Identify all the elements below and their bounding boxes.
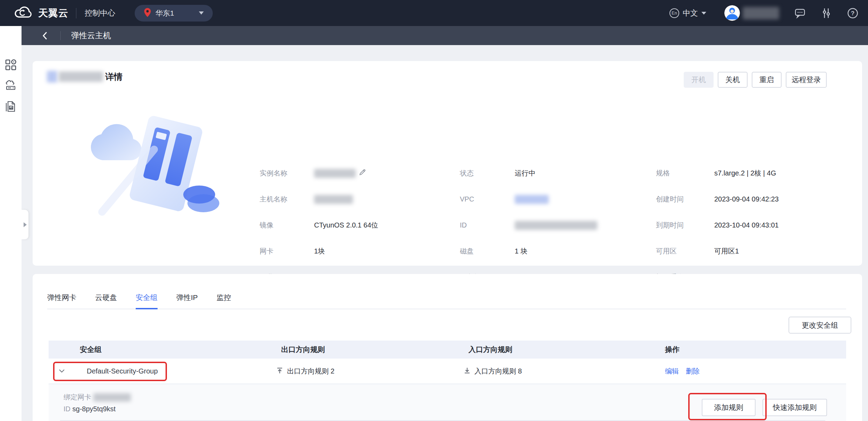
field-value: s7.large.2 | 2核 | 4G xyxy=(714,169,776,178)
col-header-security-group: 安全组 xyxy=(80,341,102,359)
field-status: 状态 运行中 xyxy=(460,160,597,186)
help-icon[interactable]: ? xyxy=(847,8,858,19)
redacted-value xyxy=(314,195,353,204)
region-selector[interactable]: 华东1 xyxy=(135,5,213,22)
field-created-time: 创建时间 2023-09-04 09:42:23 xyxy=(656,186,779,212)
instance-detail-card: 详情 开机 关机 重启 远程登录 xyxy=(33,61,862,266)
security-group-row: Default-Security-Group 出口方向规则 2 入口方向规则 8… xyxy=(49,359,846,384)
field-flavor: 规格 s7.large.2 | 2核 | 4G xyxy=(656,160,779,186)
status-value: 运行中 xyxy=(515,169,536,178)
security-group-card: 弹性网卡 云硬盘 安全组 弹性IP 监控 更改安全组 安全组 出口方向规则 入口… xyxy=(33,274,862,421)
field-value: 可用区1 xyxy=(714,247,739,256)
chevron-right-icon xyxy=(24,222,27,227)
title-redacted-name xyxy=(59,71,103,82)
field-value: 2023-09-04 09:42:23 xyxy=(714,195,779,203)
security-group-expanded-panel: 绑定网卡 ID sg-8py5tq9kst 添加规则 快速添加规则 xyxy=(49,384,846,421)
field-label: 规格 xyxy=(656,169,714,178)
settings-sliders-icon[interactable] xyxy=(821,8,832,19)
sg-id-value: sg-8py5tq9kst xyxy=(73,405,116,413)
tab-security-group[interactable]: 安全组 xyxy=(136,293,158,309)
edit-pencil-icon[interactable] xyxy=(359,169,366,178)
language-globe-icon: En xyxy=(669,8,679,18)
back-button[interactable] xyxy=(42,31,49,40)
redacted-value xyxy=(515,221,597,230)
field-label: 磁盘 xyxy=(460,247,515,256)
field-label: 可用区 xyxy=(656,247,714,256)
field-label: 创建时间 xyxy=(656,195,714,204)
sidebar-item-apps-icon[interactable] xyxy=(5,59,17,72)
edit-rule-link[interactable]: 编辑 xyxy=(665,367,679,376)
messages-icon[interactable] xyxy=(794,8,806,19)
col-header-egress-rules: 出口方向规则 xyxy=(281,341,325,359)
field-nic-count: 网卡 1块 xyxy=(260,238,378,264)
sg-id-label: ID xyxy=(64,405,70,413)
sg-id-line: ID sg-8py5tq9kst xyxy=(64,405,116,413)
svg-text:?: ? xyxy=(851,10,854,17)
topbar-divider xyxy=(76,8,76,18)
chevron-down-icon xyxy=(199,11,204,15)
field-vpc: VPC xyxy=(460,186,597,212)
brand-name: 天翼云 xyxy=(38,7,68,20)
sidebar-item-image-doc-icon[interactable] xyxy=(5,101,16,114)
tab-nic[interactable]: 弹性网卡 xyxy=(47,293,76,309)
console-center-link[interactable]: 控制中心 xyxy=(85,8,115,18)
quick-add-rule-button[interactable]: 快速添加规则 xyxy=(762,399,827,416)
restart-button[interactable]: 重启 xyxy=(752,72,782,88)
field-instance-name: 实例名称 xyxy=(260,160,378,186)
tab-monitor[interactable]: 监控 xyxy=(217,293,231,309)
title-redacted-icon xyxy=(47,71,57,83)
field-label: 网卡 xyxy=(260,247,314,256)
field-disk-count: 磁盘 1 块 xyxy=(460,238,597,264)
row-expand-chevron-icon[interactable] xyxy=(59,369,65,373)
field-value: 1 块 xyxy=(515,247,528,256)
brand-logo[interactable]: 天翼云 xyxy=(13,6,68,21)
language-selector[interactable]: En 中文 xyxy=(669,8,706,18)
remote-login-button[interactable]: 远程登录 xyxy=(786,72,827,88)
field-value: 1块 xyxy=(314,247,325,256)
add-rule-button[interactable]: 添加规则 xyxy=(702,399,756,416)
bound-nic-line: 绑定网卡 xyxy=(64,393,131,402)
detail-tabs: 弹性网卡 云硬盘 安全组 弹性IP 监控 xyxy=(47,290,846,309)
power-off-button[interactable]: 关机 xyxy=(718,72,748,88)
cloud-server-illustration xyxy=(81,97,248,238)
egress-rules-cell: 出口方向规则 2 xyxy=(276,367,335,376)
field-expire-time: 到期时间 2023-10-04 09:43:01 xyxy=(656,212,779,238)
ingress-download-icon xyxy=(463,367,471,376)
col-header-ingress-rules: 入口方向规则 xyxy=(469,341,512,359)
cloud-logo-icon xyxy=(13,6,33,21)
field-id: ID xyxy=(460,212,597,238)
field-label: 镜像 xyxy=(260,221,314,230)
field-label: 主机名称 xyxy=(260,195,314,204)
header-divider xyxy=(60,31,61,40)
field-label: 到期时间 xyxy=(656,221,714,230)
field-label: 实例名称 xyxy=(260,169,314,178)
title-suffix: 详情 xyxy=(105,71,123,83)
sidebar-expand-handle[interactable] xyxy=(22,210,28,239)
security-group-name-link[interactable]: Default-Security-Group xyxy=(87,367,158,375)
field-label: 状态 xyxy=(460,169,515,178)
left-sidebar xyxy=(0,26,22,421)
field-label: VPC xyxy=(460,195,515,203)
username-redacted xyxy=(743,7,779,19)
detail-column-2: 状态 运行中 VPC ID 磁盘 1 块 云主机组 -- xyxy=(460,160,597,290)
power-on-button[interactable]: 开机 xyxy=(684,72,714,88)
field-az: 可用区 可用区1 xyxy=(656,238,779,264)
field-host-name: 主机名称 xyxy=(260,186,378,212)
security-group-table-header: 安全组 出口方向规则 入口方向规则 操作 xyxy=(49,341,846,359)
avatar[interactable] xyxy=(724,5,740,21)
page-header: 弹性云主机 xyxy=(22,26,868,45)
redacted-value xyxy=(314,169,356,178)
field-label: ID xyxy=(460,221,515,229)
field-image: 镜像 CTyunOS 2.0.1 64位 xyxy=(260,212,378,238)
field-value: 2023-10-04 09:43:01 xyxy=(714,221,779,229)
redacted-value xyxy=(515,195,549,204)
location-pin-icon xyxy=(144,8,151,19)
page-title: 弹性云主机 xyxy=(71,30,111,41)
sidebar-item-ecs-icon[interactable] xyxy=(5,80,17,92)
delete-rule-link[interactable]: 删除 xyxy=(686,367,700,376)
change-security-group-button[interactable]: 更改安全组 xyxy=(789,317,851,334)
tab-eip[interactable]: 弹性IP xyxy=(176,293,198,309)
tab-disk[interactable]: 云硬盘 xyxy=(95,293,117,309)
instance-title: 详情 xyxy=(47,70,123,84)
ingress-rules-cell: 入口方向规则 8 xyxy=(463,367,522,376)
